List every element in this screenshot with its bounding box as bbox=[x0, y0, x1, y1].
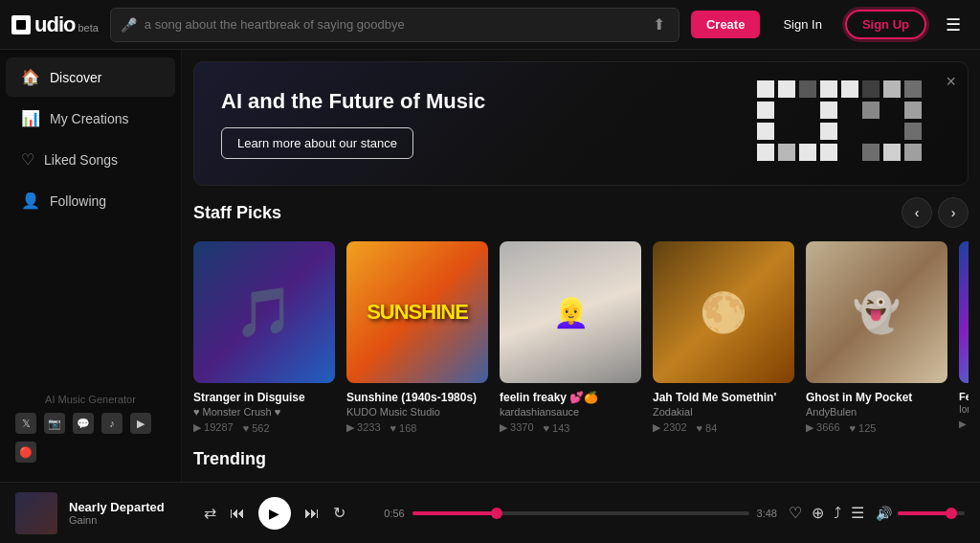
main-layout: 🏠 Discover 📊 My Creations ♡ Liked Songs … bbox=[0, 50, 980, 482]
volume-track[interactable] bbox=[898, 511, 965, 515]
player-info: Nearly Departed Gainn bbox=[69, 500, 165, 526]
volume-fill bbox=[898, 511, 951, 515]
svg-rect-18 bbox=[799, 144, 816, 161]
svg-rect-10 bbox=[820, 102, 837, 119]
sidebar: 🏠 Discover 📊 My Creations ♡ Liked Songs … bbox=[0, 50, 182, 482]
card-1-stats: ▶ 19287 ♥ 562 bbox=[193, 421, 335, 434]
sidebar-item-following[interactable]: 👤 Following bbox=[6, 181, 175, 220]
card-1-plays: ▶ 19287 bbox=[193, 421, 234, 434]
card-3-likes: ♥ 143 bbox=[544, 421, 570, 434]
card-4[interactable]: 🌕 Jah Told Me Somethin' Zodakial ▶ 2302 … bbox=[653, 241, 794, 434]
svg-rect-19 bbox=[820, 144, 837, 161]
card-1[interactable]: 🎵 Stranger in Disguise ♥ Monster Crush ♥… bbox=[193, 241, 335, 434]
sidebar-item-liked-songs[interactable]: ♡ Liked Songs bbox=[6, 140, 175, 179]
volume-area: 🔊 bbox=[876, 506, 965, 521]
discord-icon[interactable]: 💬 bbox=[73, 413, 94, 434]
svg-rect-13 bbox=[757, 123, 774, 140]
card-6-artist: Ion P... bbox=[959, 404, 969, 415]
create-button[interactable]: Create bbox=[691, 11, 760, 38]
svg-rect-9 bbox=[757, 102, 774, 119]
progress-fill bbox=[412, 511, 497, 515]
prev-track-button[interactable]: ⏮ bbox=[230, 505, 245, 522]
volume-thumb[interactable] bbox=[946, 508, 957, 519]
svg-rect-7 bbox=[883, 80, 901, 98]
cards-row: 🎵 Stranger in Disguise ♥ Monster Crush ♥… bbox=[193, 241, 969, 434]
svg-rect-16 bbox=[757, 144, 774, 161]
upload-icon[interactable]: ⬆ bbox=[649, 11, 669, 37]
trending-title: Trending bbox=[182, 449, 980, 469]
home-icon: 🏠 bbox=[21, 68, 40, 86]
prev-button[interactable]: ‹ bbox=[902, 197, 932, 228]
card-5[interactable]: 👻 Ghost in My Pocket AndyBulen ▶ 3666 ♥ … bbox=[806, 241, 947, 434]
sidebar-item-discover[interactable]: 🏠 Discover bbox=[6, 57, 175, 97]
next-track-button[interactable]: ⏭ bbox=[304, 505, 320, 522]
shuffle-button[interactable]: ⇄ bbox=[204, 504, 216, 522]
like-button[interactable]: ♡ bbox=[789, 504, 802, 522]
instagram-icon[interactable]: 📷 bbox=[44, 413, 65, 434]
card-4-image: 🌕 bbox=[653, 241, 794, 383]
progress-thumb[interactable] bbox=[491, 508, 502, 519]
banner-learn-more-button[interactable]: Learn more about our stance bbox=[221, 127, 413, 159]
progress-track[interactable] bbox=[412, 511, 749, 515]
svg-rect-20 bbox=[862, 144, 880, 161]
play-button[interactable]: ▶ bbox=[258, 497, 291, 530]
ai-label: AI Music Generator bbox=[15, 394, 166, 405]
content: AI and the Future of Music Learn more ab… bbox=[182, 50, 980, 482]
card-2-likes: ♥ 168 bbox=[390, 421, 417, 434]
queue-button[interactable]: ☰ bbox=[851, 504, 864, 522]
card-3[interactable]: 👱‍♀️ feelin freaky 💕🍊 kardashiansauce ▶ … bbox=[500, 241, 641, 434]
card-5-artist: AndyBulen bbox=[806, 406, 947, 418]
twitter-icon[interactable]: 𝕏 bbox=[15, 413, 36, 434]
svg-rect-6 bbox=[862, 80, 880, 98]
card-3-artist: kardashiansauce bbox=[500, 406, 641, 418]
header: udio beta 🎤 ⬆ Create Sign In Sign Up ☰ bbox=[0, 0, 980, 50]
beta-tag: beta bbox=[78, 22, 98, 34]
card-6-stats: ▶ 84... bbox=[959, 419, 969, 429]
heart-icon: ♡ bbox=[21, 150, 34, 169]
player-actions: ♡ ⊕ ⤴ ☰ bbox=[789, 504, 864, 522]
svg-rect-3 bbox=[799, 80, 816, 98]
share-button[interactable]: ⤴ bbox=[834, 505, 841, 522]
signin-button[interactable]: Sign In bbox=[771, 11, 833, 38]
next-button[interactable]: › bbox=[938, 197, 969, 228]
card-3-plays: ▶ 3370 bbox=[500, 421, 534, 434]
card-4-artist: Zodakial bbox=[653, 406, 794, 418]
logo: udio beta bbox=[11, 12, 99, 37]
banner-close-button[interactable]: × bbox=[946, 72, 956, 92]
card-2-image: SUNSHINE bbox=[346, 241, 488, 383]
staff-picks-section: Staff Picks ‹ › 🎵 Stranger in Disguise ♥… bbox=[182, 197, 980, 449]
svg-rect-12 bbox=[904, 102, 922, 119]
card-2-title: Sunshine (1940s-1980s) bbox=[346, 391, 488, 404]
card-1-title: Stranger in Disguise bbox=[193, 391, 335, 404]
logo-text: udio bbox=[34, 12, 75, 37]
card-6-title: Fetel... bbox=[959, 391, 969, 402]
sidebar-item-my-creations[interactable]: 📊 My Creations bbox=[6, 99, 175, 138]
player-controls: ⇄ ⏮ ▶ ⏭ ↻ bbox=[176, 497, 372, 530]
add-to-playlist-button[interactable]: ⊕ bbox=[812, 504, 824, 522]
nav-buttons: ‹ › bbox=[902, 197, 969, 228]
youtube-icon[interactable]: ▶ bbox=[130, 413, 151, 434]
card-5-stats: ▶ 3666 ♥ 125 bbox=[806, 421, 947, 434]
user-icon: 👤 bbox=[21, 192, 40, 210]
card-3-title: feelin freaky 💕🍊 bbox=[500, 391, 641, 404]
repeat-button[interactable]: ↻ bbox=[333, 504, 345, 522]
sidebar-label-my-creations: My Creations bbox=[50, 111, 128, 126]
tiktok-icon[interactable]: ♪ bbox=[101, 413, 122, 434]
menu-button[interactable]: ☰ bbox=[938, 11, 969, 39]
patreon-icon[interactable]: 🔴 bbox=[15, 441, 36, 463]
search-input[interactable] bbox=[145, 17, 641, 32]
card-3-image: 👱‍♀️ bbox=[500, 241, 641, 383]
svg-rect-14 bbox=[820, 123, 837, 140]
sidebar-label-following: Following bbox=[50, 193, 106, 209]
player-artist: Gainn bbox=[69, 514, 165, 526]
signup-button[interactable]: Sign Up bbox=[845, 10, 926, 39]
card-6[interactable]: Fetel... Ion P... ▶ 84... bbox=[959, 241, 969, 434]
svg-rect-8 bbox=[904, 80, 922, 98]
staff-picks-title: Staff Picks bbox=[193, 203, 281, 223]
player-title: Nearly Departed bbox=[69, 500, 165, 514]
card-4-plays: ▶ 2302 bbox=[653, 421, 687, 434]
card-6-image bbox=[959, 241, 969, 383]
card-5-plays: ▶ 3666 bbox=[806, 421, 840, 434]
player-thumbnail bbox=[15, 492, 57, 534]
card-2[interactable]: SUNSHINE Sunshine (1940s-1980s) KUDO Mus… bbox=[346, 241, 488, 434]
